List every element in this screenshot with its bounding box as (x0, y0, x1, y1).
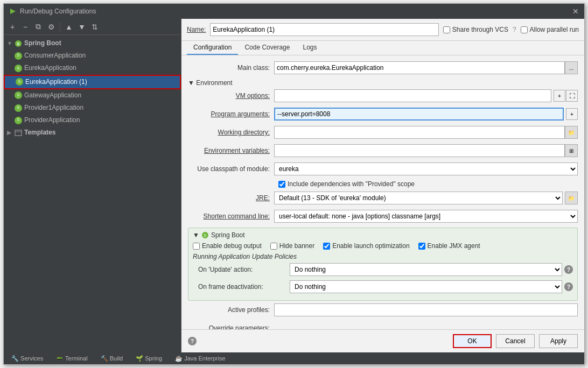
vm-options-label: VM options: (188, 92, 274, 100)
run-debug-dialog: Run/Debug Configurations ✕ + − ⧉ ⚙ ▲ ▼ ⇅… (3, 3, 585, 365)
on-update-help-icon[interactable]: ? (564, 265, 573, 274)
main-class-input[interactable] (274, 61, 565, 74)
status-java-enterprise[interactable]: ☕ Java Enterprise (172, 354, 228, 363)
classpath-select[interactable]: eureka (274, 162, 578, 175)
vm-options-btns: + ⛶ (554, 90, 578, 102)
working-dir-browse-button[interactable]: 📁 (565, 126, 578, 139)
on-frame-select[interactable]: Do nothing Update classes and resources … (290, 280, 562, 293)
tree-item-provider[interactable]: S ProviderApplication (4, 114, 181, 126)
allow-parallel-item: Allow parallel run (521, 26, 579, 33)
jre-browse-button[interactable]: 📁 (565, 192, 578, 204)
jre-label: JRE: (188, 194, 274, 202)
move-down-button[interactable]: ▼ (76, 22, 87, 32)
enable-jmx-checkbox[interactable] (418, 243, 425, 250)
enable-launch-item: Enable launch optimization (323, 242, 409, 250)
toolbar: + − ⧉ ⚙ ▲ ▼ ⇅ (4, 19, 181, 35)
status-spring[interactable]: 🌱 Spring (132, 354, 165, 363)
include-deps-item: Include dependencies with "Provided" sco… (278, 180, 415, 188)
allow-parallel-label: Allow parallel run (530, 26, 579, 33)
on-update-select[interactable]: Do nothing Update classes and resources … (290, 263, 562, 276)
jre-select[interactable]: Default (13 - SDK of 'eureka' module) (274, 192, 563, 204)
tree-item-consumer[interactable]: S ConsumerApplication (4, 49, 181, 62)
status-services[interactable]: 🔧 Services (8, 354, 46, 363)
templates-icon (15, 129, 22, 137)
jre-row: JRE: Default (13 - SDK of 'eureka' modul… (188, 191, 578, 205)
tab-code-coverage[interactable]: Code Coverage (238, 41, 296, 55)
templates-arrow: ▶ (7, 129, 12, 137)
cancel-button[interactable]: Cancel (496, 334, 535, 348)
working-dir-row: Working directory: 📁 (188, 125, 578, 139)
on-update-select-group: Do nothing Update classes and resources … (290, 263, 573, 276)
name-row: Name: Share through VCS ? Allow parallel… (181, 19, 584, 41)
sort-button[interactable]: ⇅ (89, 22, 100, 32)
hide-banner-checkbox[interactable] (270, 243, 277, 250)
shorten-cmd-select[interactable]: user-local default: none - java [options… (274, 210, 578, 223)
working-dir-input[interactable] (274, 126, 565, 139)
on-update-row: On 'Update' action: Do nothing Update cl… (193, 263, 573, 277)
vm-options-input[interactable] (274, 89, 551, 102)
status-terminal[interactable]: 📟 Terminal (53, 354, 90, 363)
apply-button[interactable]: Apply (539, 334, 578, 348)
override-params-label: Override parameters: (188, 324, 274, 329)
vm-options-expand-button[interactable]: + (554, 90, 565, 102)
header-options: Share through VCS ? Allow parallel run (443, 26, 579, 33)
settings-config-button[interactable]: ⚙ (46, 22, 57, 32)
tree-item-gateway[interactable]: S GatewayApplication (4, 89, 181, 102)
share-vcs-item: Share through VCS (443, 26, 508, 33)
svg-text:S: S (17, 41, 20, 46)
close-button[interactable]: ✕ (572, 8, 579, 15)
remove-config-button[interactable]: − (20, 22, 31, 32)
enable-debug-item: Enable debug output (193, 242, 262, 250)
templates-group[interactable]: ▶ Templates (4, 126, 181, 139)
env-vars-label: Environment variables: (188, 147, 274, 154)
tree-item-provider1[interactable]: S Provider1Application (4, 102, 181, 114)
env-vars-input[interactable] (274, 144, 565, 157)
override-params-row: Override parameters: (188, 321, 578, 329)
env-vars-row: Environment variables: ⊞ (188, 144, 578, 158)
run-icon (9, 8, 17, 15)
name-input[interactable] (210, 23, 439, 36)
vm-options-fullscreen-button[interactable]: ⛶ (566, 90, 578, 102)
on-frame-row: On frame deactivation: Do nothing Update… (193, 280, 573, 294)
shorten-cmd-row: Shorten command line: user-local default… (188, 209, 578, 223)
tree-item-consumer-label: ConsumerApplication (24, 51, 86, 61)
include-deps-label: Include dependencies with "Provided" sco… (288, 180, 415, 188)
svg-rect-3 (15, 130, 22, 136)
help-icon-share: ? (513, 26, 516, 33)
spring-boot-group[interactable]: ▼ S Spring Boot (4, 37, 181, 49)
status-build[interactable]: 🔨 Build (97, 354, 127, 363)
add-config-button[interactable]: + (7, 22, 18, 32)
move-up-button[interactable]: ▲ (64, 22, 74, 32)
tree-item-eureka[interactable]: S EurekaApplication (4, 62, 181, 74)
include-deps-checkbox[interactable] (278, 181, 285, 188)
on-frame-select-group: Do nothing Update classes and resources … (290, 280, 573, 293)
main-class-browse-button[interactable]: ... (565, 61, 578, 74)
tree-item-eureka-1[interactable]: S EurekaApplication (1) (4, 75, 181, 89)
enable-debug-checkbox[interactable] (193, 243, 200, 250)
left-panel: + − ⧉ ⚙ ▲ ▼ ⇅ ▼ S Spring Boot (4, 19, 181, 352)
bottom-help-icon[interactable]: ? (188, 337, 197, 345)
on-frame-help-icon[interactable]: ? (564, 282, 573, 291)
hide-banner-label: Hide banner (279, 242, 314, 250)
enable-launch-checkbox[interactable] (323, 243, 330, 250)
enable-launch-label: Enable launch optimization (332, 242, 409, 250)
running-app-title: Running Application Update Policies (193, 253, 573, 260)
share-vcs-checkbox[interactable] (443, 26, 450, 33)
program-args-input[interactable] (274, 108, 564, 121)
program-args-row: Program arguments: + (188, 107, 578, 121)
copy-config-button[interactable]: ⧉ (33, 22, 44, 32)
enable-jmx-item: Enable JMX agent (418, 242, 480, 250)
env-vars-expand-button[interactable]: ⊞ (565, 144, 578, 157)
spring-boot-section-arrow[interactable]: ▼ (193, 231, 199, 239)
share-vcs-label: Share through VCS (452, 26, 508, 33)
ok-button[interactable]: OK (453, 334, 492, 348)
hide-banner-item: Hide banner (270, 242, 314, 250)
program-args-expand-button[interactable]: + (566, 108, 578, 120)
spring-boot-arrow: ▼ (7, 39, 12, 48)
classpath-label: Use classpath of module: (188, 165, 274, 173)
status-bar: 🔧 Services 📟 Terminal 🔨 Build 🌱 Spring ☕… (4, 352, 584, 364)
active-profiles-input[interactable] (274, 303, 578, 316)
tab-logs[interactable]: Logs (296, 41, 323, 55)
allow-parallel-checkbox[interactable] (521, 26, 528, 33)
tab-configuration[interactable]: Configuration (187, 41, 238, 55)
